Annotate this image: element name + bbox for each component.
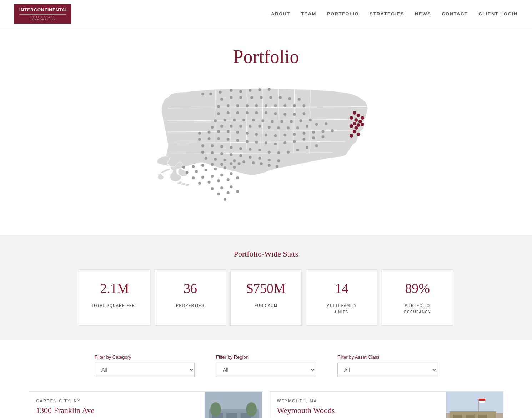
logo-subtitle: REAL ESTATE CORPORATION (19, 14, 66, 21)
property-city-0: GARDEN CITY, NY (36, 399, 198, 403)
property-image-1 (446, 392, 503, 418)
property-city-1: WEYMOUTH, MA (277, 399, 439, 403)
nav-team[interactable]: TEAM (301, 11, 316, 16)
property-name-1: Weymouth Woods (277, 406, 439, 415)
svg-rect-24 (446, 392, 503, 413)
property-info-1: WEYMOUTH, MA Weymouth Woods (270, 392, 446, 418)
logo[interactable]: INTERCONTINENTAL REAL ESTATE CORPORATION (14, 4, 71, 24)
property-card-1[interactable]: WEYMOUTH, MA Weymouth Woods (270, 391, 503, 418)
filter-region-label: Filter by Region (216, 354, 249, 360)
stat-label-multifamily: MULTI-FAMILYUNITS (326, 304, 357, 314)
stat-card-properties: 36 PROPERTIES (155, 269, 226, 326)
map-svg (155, 81, 377, 217)
filter-category-select[interactable]: All Commercial Residential Industrial Mi… (95, 363, 195, 377)
stats-section: Portfolio-Wide Stats 2.1M TOTAL SQUARE F… (0, 235, 532, 340)
filter-category-label: Filter by Category (95, 354, 131, 360)
map-section (0, 78, 532, 235)
nav-contact[interactable]: CONTACT (442, 11, 468, 16)
nav-news[interactable]: NEWS (415, 11, 431, 16)
stats-grid: 2.1M TOTAL SQUARE FEET 36 PROPERTIES $75… (29, 269, 503, 326)
stat-label-occupancy: PORTFOLIOOCCUPANCY (404, 304, 431, 314)
site-header: INTERCONTINENTAL REAL ESTATE CORPORATION… (0, 0, 532, 28)
svg-point-21 (210, 402, 221, 417)
stat-value-sqft: 2.1M (86, 280, 143, 296)
property-name-0: 1300 Franklin Ave (36, 406, 198, 415)
stat-value-properties: 36 (162, 280, 219, 296)
svg-point-22 (246, 402, 257, 417)
properties-section: GARDEN CITY, NY 1300 Franklin Ave (0, 388, 532, 418)
stat-value-occupancy: 89% (389, 280, 446, 296)
portfolio-hero: Portfolio (0, 28, 532, 78)
filter-section: Filter by Category All Commercial Reside… (0, 340, 532, 388)
stat-label-aum: FUND AUM (255, 304, 277, 308)
svg-rect-29 (453, 415, 462, 418)
stat-label-properties: PROPERTIES (176, 304, 204, 308)
svg-rect-15 (226, 413, 237, 418)
svg-rect-27 (479, 401, 485, 403)
stats-title: Portfolio-Wide Stats (29, 249, 503, 259)
property-img-placeholder-0 (205, 392, 262, 418)
stat-card-sqft: 2.1M TOTAL SQUARE FEET (79, 269, 150, 326)
property-img-placeholder-1 (446, 392, 503, 418)
nav-strategies[interactable]: STRATEGIES (370, 11, 404, 16)
stat-card-multifamily: 14 MULTI-FAMILYUNITS (306, 269, 377, 326)
main-nav: ABOUT TEAM PORTFOLIO STRATEGIES NEWS CON… (271, 11, 518, 16)
stat-card-occupancy: 89% PORTFOLIOOCCUPANCY (382, 269, 453, 326)
nav-client-login[interactable]: CLIENT LOGIN (478, 11, 518, 16)
nav-about[interactable]: ABOUT (271, 11, 290, 16)
filter-asset-label: Filter by Asset Class (337, 354, 380, 360)
filter-region-select[interactable]: All Northeast Southeast Midwest West Sou… (216, 363, 316, 377)
page-title: Portfolio (14, 46, 518, 67)
property-image-0 (205, 392, 262, 418)
svg-rect-31 (478, 415, 487, 418)
stat-value-multifamily: 14 (313, 280, 370, 296)
filter-region-group: Filter by Region All Northeast Southeast… (216, 354, 316, 377)
svg-rect-25 (478, 399, 479, 413)
us-map (155, 81, 377, 217)
filter-category-group: Filter by Category All Commercial Reside… (95, 354, 195, 377)
nav-portfolio[interactable]: PORTFOLIO (327, 11, 359, 16)
stat-card-aum: $750M FUND AUM (230, 269, 302, 326)
logo-title: INTERCONTINENTAL (19, 7, 66, 13)
filter-asset-select[interactable]: All Office Retail Multi-Family Industria… (337, 363, 437, 377)
stat-label-sqft: TOTAL SQUARE FEET (91, 304, 138, 308)
stat-value-aum: $750M (238, 280, 294, 296)
filter-asset-group: Filter by Asset Class All Office Retail … (337, 354, 437, 377)
svg-rect-30 (466, 415, 475, 418)
property-card-0[interactable]: GARDEN CITY, NY 1300 Franklin Ave (29, 391, 262, 418)
properties-grid: GARDEN CITY, NY 1300 Franklin Ave (29, 391, 503, 418)
property-info-0: GARDEN CITY, NY 1300 Franklin Ave (29, 392, 205, 418)
